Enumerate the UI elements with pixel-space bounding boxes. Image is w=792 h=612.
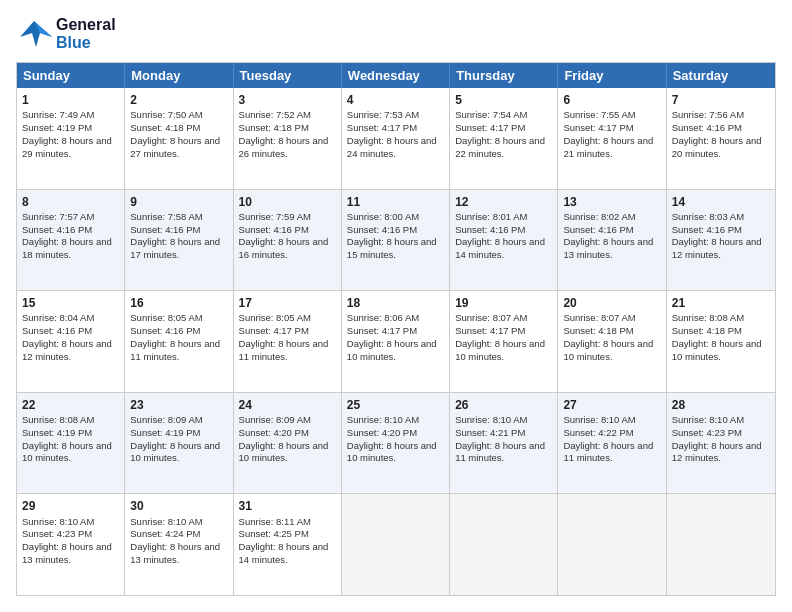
sunrise-label: Sunrise: 8:07 AM (455, 312, 527, 323)
sunrise-label: Sunrise: 8:11 AM (239, 516, 311, 527)
calendar: SundayMondayTuesdayWednesdayThursdayFrid… (16, 62, 776, 596)
sunset-label: Sunset: 4:24 PM (130, 528, 200, 539)
calendar-cell: 4 Sunrise: 7:53 AM Sunset: 4:17 PM Dayli… (342, 88, 450, 189)
daylight-label: Daylight: 8 hours and 13 minutes. (563, 236, 653, 260)
sunrise-label: Sunrise: 8:09 AM (130, 414, 202, 425)
header: General Blue (16, 16, 776, 52)
calendar-cell: 13 Sunrise: 8:02 AM Sunset: 4:16 PM Dayl… (558, 190, 666, 291)
sunrise-label: Sunrise: 7:56 AM (672, 109, 744, 120)
sunset-label: Sunset: 4:20 PM (347, 427, 417, 438)
day-number: 19 (455, 295, 552, 311)
sunset-label: Sunset: 4:18 PM (239, 122, 309, 133)
calendar-cell: 17 Sunrise: 8:05 AM Sunset: 4:17 PM Dayl… (234, 291, 342, 392)
sunset-label: Sunset: 4:16 PM (130, 325, 200, 336)
day-number: 20 (563, 295, 660, 311)
sunset-label: Sunset: 4:25 PM (239, 528, 309, 539)
daylight-label: Daylight: 8 hours and 21 minutes. (563, 135, 653, 159)
daylight-label: Daylight: 8 hours and 12 minutes. (672, 236, 762, 260)
calendar-cell: 2 Sunrise: 7:50 AM Sunset: 4:18 PM Dayli… (125, 88, 233, 189)
day-number: 24 (239, 397, 336, 413)
header-day-monday: Monday (125, 63, 233, 88)
day-number: 31 (239, 498, 336, 514)
calendar-row-1: 1 Sunrise: 7:49 AM Sunset: 4:19 PM Dayli… (17, 88, 775, 189)
calendar-cell: 8 Sunrise: 7:57 AM Sunset: 4:16 PM Dayli… (17, 190, 125, 291)
calendar-cell: 21 Sunrise: 8:08 AM Sunset: 4:18 PM Dayl… (667, 291, 775, 392)
calendar-cell: 27 Sunrise: 8:10 AM Sunset: 4:22 PM Dayl… (558, 393, 666, 494)
sunrise-label: Sunrise: 8:01 AM (455, 211, 527, 222)
header-day-thursday: Thursday (450, 63, 558, 88)
day-number: 4 (347, 92, 444, 108)
day-number: 30 (130, 498, 227, 514)
header-day-sunday: Sunday (17, 63, 125, 88)
daylight-label: Daylight: 8 hours and 16 minutes. (239, 236, 329, 260)
sunset-label: Sunset: 4:16 PM (130, 224, 200, 235)
sunrise-label: Sunrise: 7:50 AM (130, 109, 202, 120)
calendar-body: 1 Sunrise: 7:49 AM Sunset: 4:19 PM Dayli… (17, 88, 775, 595)
calendar-row-5: 29 Sunrise: 8:10 AM Sunset: 4:23 PM Dayl… (17, 493, 775, 595)
daylight-label: Daylight: 8 hours and 14 minutes. (239, 541, 329, 565)
day-number: 28 (672, 397, 770, 413)
sunrise-label: Sunrise: 7:49 AM (22, 109, 94, 120)
header-day-friday: Friday (558, 63, 666, 88)
calendar-cell: 10 Sunrise: 7:59 AM Sunset: 4:16 PM Dayl… (234, 190, 342, 291)
day-number: 22 (22, 397, 119, 413)
sunset-label: Sunset: 4:22 PM (563, 427, 633, 438)
daylight-label: Daylight: 8 hours and 11 minutes. (563, 440, 653, 464)
calendar-cell: 5 Sunrise: 7:54 AM Sunset: 4:17 PM Dayli… (450, 88, 558, 189)
day-number: 1 (22, 92, 119, 108)
day-number: 15 (22, 295, 119, 311)
daylight-label: Daylight: 8 hours and 13 minutes. (22, 541, 112, 565)
header-day-saturday: Saturday (667, 63, 775, 88)
sunset-label: Sunset: 4:16 PM (347, 224, 417, 235)
sunrise-label: Sunrise: 8:03 AM (672, 211, 744, 222)
sunset-label: Sunset: 4:16 PM (672, 224, 742, 235)
daylight-label: Daylight: 8 hours and 22 minutes. (455, 135, 545, 159)
day-number: 17 (239, 295, 336, 311)
sunrise-label: Sunrise: 7:53 AM (347, 109, 419, 120)
calendar-cell: 12 Sunrise: 8:01 AM Sunset: 4:16 PM Dayl… (450, 190, 558, 291)
day-number: 7 (672, 92, 770, 108)
sunrise-label: Sunrise: 8:10 AM (130, 516, 202, 527)
sunrise-label: Sunrise: 8:00 AM (347, 211, 419, 222)
calendar-cell: 11 Sunrise: 8:00 AM Sunset: 4:16 PM Dayl… (342, 190, 450, 291)
day-number: 26 (455, 397, 552, 413)
sunset-label: Sunset: 4:18 PM (563, 325, 633, 336)
day-number: 23 (130, 397, 227, 413)
daylight-label: Daylight: 8 hours and 12 minutes. (22, 338, 112, 362)
sunrise-label: Sunrise: 8:05 AM (239, 312, 311, 323)
calendar-header: SundayMondayTuesdayWednesdayThursdayFrid… (17, 63, 775, 88)
calendar-cell: 16 Sunrise: 8:05 AM Sunset: 4:16 PM Dayl… (125, 291, 233, 392)
daylight-label: Daylight: 8 hours and 15 minutes. (347, 236, 437, 260)
day-number: 5 (455, 92, 552, 108)
calendar-cell: 9 Sunrise: 7:58 AM Sunset: 4:16 PM Dayli… (125, 190, 233, 291)
sunrise-label: Sunrise: 8:09 AM (239, 414, 311, 425)
calendar-cell (558, 494, 666, 595)
calendar-cell: 18 Sunrise: 8:06 AM Sunset: 4:17 PM Dayl… (342, 291, 450, 392)
sunset-label: Sunset: 4:16 PM (455, 224, 525, 235)
day-number: 25 (347, 397, 444, 413)
sunset-label: Sunset: 4:20 PM (239, 427, 309, 438)
calendar-cell: 19 Sunrise: 8:07 AM Sunset: 4:17 PM Dayl… (450, 291, 558, 392)
day-number: 21 (672, 295, 770, 311)
sunrise-label: Sunrise: 8:02 AM (563, 211, 635, 222)
calendar-cell: 7 Sunrise: 7:56 AM Sunset: 4:16 PM Dayli… (667, 88, 775, 189)
daylight-label: Daylight: 8 hours and 27 minutes. (130, 135, 220, 159)
sunrise-label: Sunrise: 7:58 AM (130, 211, 202, 222)
daylight-label: Daylight: 8 hours and 11 minutes. (239, 338, 329, 362)
calendar-cell: 6 Sunrise: 7:55 AM Sunset: 4:17 PM Dayli… (558, 88, 666, 189)
sunrise-label: Sunrise: 8:05 AM (130, 312, 202, 323)
sunset-label: Sunset: 4:17 PM (347, 325, 417, 336)
day-number: 29 (22, 498, 119, 514)
sunrise-label: Sunrise: 8:04 AM (22, 312, 94, 323)
daylight-label: Daylight: 8 hours and 10 minutes. (239, 440, 329, 464)
calendar-row-3: 15 Sunrise: 8:04 AM Sunset: 4:16 PM Dayl… (17, 290, 775, 392)
calendar-cell (450, 494, 558, 595)
sunrise-label: Sunrise: 8:10 AM (455, 414, 527, 425)
calendar-cell: 23 Sunrise: 8:09 AM Sunset: 4:19 PM Dayl… (125, 393, 233, 494)
calendar-row-4: 22 Sunrise: 8:08 AM Sunset: 4:19 PM Dayl… (17, 392, 775, 494)
sunset-label: Sunset: 4:17 PM (563, 122, 633, 133)
daylight-label: Daylight: 8 hours and 20 minutes. (672, 135, 762, 159)
logo: General Blue (16, 16, 116, 52)
sunset-label: Sunset: 4:18 PM (672, 325, 742, 336)
sunset-label: Sunset: 4:23 PM (672, 427, 742, 438)
